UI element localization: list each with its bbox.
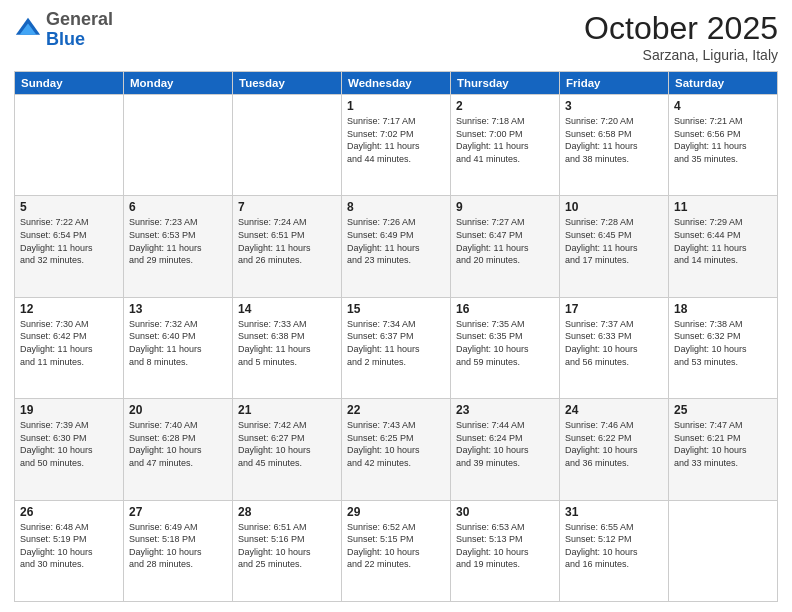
day-number: 5 bbox=[20, 200, 118, 214]
day-info: Sunrise: 7:30 AM Sunset: 6:42 PM Dayligh… bbox=[20, 318, 118, 368]
calendar-header-monday: Monday bbox=[124, 72, 233, 95]
day-info: Sunrise: 7:27 AM Sunset: 6:47 PM Dayligh… bbox=[456, 216, 554, 266]
calendar: SundayMondayTuesdayWednesdayThursdayFrid… bbox=[14, 71, 778, 602]
day-info: Sunrise: 6:51 AM Sunset: 5:16 PM Dayligh… bbox=[238, 521, 336, 571]
calendar-week-row: 12Sunrise: 7:30 AM Sunset: 6:42 PM Dayli… bbox=[15, 297, 778, 398]
calendar-cell: 12Sunrise: 7:30 AM Sunset: 6:42 PM Dayli… bbox=[15, 297, 124, 398]
day-number: 25 bbox=[674, 403, 772, 417]
day-info: Sunrise: 6:55 AM Sunset: 5:12 PM Dayligh… bbox=[565, 521, 663, 571]
calendar-cell: 13Sunrise: 7:32 AM Sunset: 6:40 PM Dayli… bbox=[124, 297, 233, 398]
day-info: Sunrise: 7:39 AM Sunset: 6:30 PM Dayligh… bbox=[20, 419, 118, 469]
day-info: Sunrise: 7:42 AM Sunset: 6:27 PM Dayligh… bbox=[238, 419, 336, 469]
calendar-cell: 1Sunrise: 7:17 AM Sunset: 7:02 PM Daylig… bbox=[342, 95, 451, 196]
day-info: Sunrise: 7:20 AM Sunset: 6:58 PM Dayligh… bbox=[565, 115, 663, 165]
calendar-cell bbox=[124, 95, 233, 196]
calendar-header-sunday: Sunday bbox=[15, 72, 124, 95]
calendar-cell: 2Sunrise: 7:18 AM Sunset: 7:00 PM Daylig… bbox=[451, 95, 560, 196]
calendar-cell bbox=[669, 500, 778, 601]
day-number: 21 bbox=[238, 403, 336, 417]
day-info: Sunrise: 6:48 AM Sunset: 5:19 PM Dayligh… bbox=[20, 521, 118, 571]
day-info: Sunrise: 7:40 AM Sunset: 6:28 PM Dayligh… bbox=[129, 419, 227, 469]
day-number: 24 bbox=[565, 403, 663, 417]
day-info: Sunrise: 6:53 AM Sunset: 5:13 PM Dayligh… bbox=[456, 521, 554, 571]
calendar-week-row: 19Sunrise: 7:39 AM Sunset: 6:30 PM Dayli… bbox=[15, 399, 778, 500]
day-number: 19 bbox=[20, 403, 118, 417]
day-number: 2 bbox=[456, 99, 554, 113]
day-info: Sunrise: 6:49 AM Sunset: 5:18 PM Dayligh… bbox=[129, 521, 227, 571]
calendar-cell: 9Sunrise: 7:27 AM Sunset: 6:47 PM Daylig… bbox=[451, 196, 560, 297]
day-number: 11 bbox=[674, 200, 772, 214]
day-number: 4 bbox=[674, 99, 772, 113]
day-number: 13 bbox=[129, 302, 227, 316]
calendar-cell: 7Sunrise: 7:24 AM Sunset: 6:51 PM Daylig… bbox=[233, 196, 342, 297]
day-info: Sunrise: 7:38 AM Sunset: 6:32 PM Dayligh… bbox=[674, 318, 772, 368]
calendar-cell: 21Sunrise: 7:42 AM Sunset: 6:27 PM Dayli… bbox=[233, 399, 342, 500]
day-info: Sunrise: 7:43 AM Sunset: 6:25 PM Dayligh… bbox=[347, 419, 445, 469]
day-number: 9 bbox=[456, 200, 554, 214]
day-number: 22 bbox=[347, 403, 445, 417]
day-info: Sunrise: 7:29 AM Sunset: 6:44 PM Dayligh… bbox=[674, 216, 772, 266]
day-number: 1 bbox=[347, 99, 445, 113]
calendar-header-saturday: Saturday bbox=[669, 72, 778, 95]
header: General Blue October 2025 Sarzana, Ligur… bbox=[14, 10, 778, 63]
calendar-cell bbox=[233, 95, 342, 196]
calendar-cell: 6Sunrise: 7:23 AM Sunset: 6:53 PM Daylig… bbox=[124, 196, 233, 297]
calendar-cell: 8Sunrise: 7:26 AM Sunset: 6:49 PM Daylig… bbox=[342, 196, 451, 297]
calendar-cell: 22Sunrise: 7:43 AM Sunset: 6:25 PM Dayli… bbox=[342, 399, 451, 500]
calendar-cell: 14Sunrise: 7:33 AM Sunset: 6:38 PM Dayli… bbox=[233, 297, 342, 398]
day-number: 3 bbox=[565, 99, 663, 113]
day-info: Sunrise: 7:17 AM Sunset: 7:02 PM Dayligh… bbox=[347, 115, 445, 165]
calendar-cell: 31Sunrise: 6:55 AM Sunset: 5:12 PM Dayli… bbox=[560, 500, 669, 601]
day-number: 18 bbox=[674, 302, 772, 316]
calendar-cell: 28Sunrise: 6:51 AM Sunset: 5:16 PM Dayli… bbox=[233, 500, 342, 601]
calendar-cell: 23Sunrise: 7:44 AM Sunset: 6:24 PM Dayli… bbox=[451, 399, 560, 500]
day-number: 10 bbox=[565, 200, 663, 214]
day-number: 6 bbox=[129, 200, 227, 214]
day-info: Sunrise: 7:47 AM Sunset: 6:21 PM Dayligh… bbox=[674, 419, 772, 469]
day-number: 16 bbox=[456, 302, 554, 316]
day-info: Sunrise: 7:34 AM Sunset: 6:37 PM Dayligh… bbox=[347, 318, 445, 368]
calendar-header-row: SundayMondayTuesdayWednesdayThursdayFrid… bbox=[15, 72, 778, 95]
calendar-header-thursday: Thursday bbox=[451, 72, 560, 95]
day-info: Sunrise: 7:37 AM Sunset: 6:33 PM Dayligh… bbox=[565, 318, 663, 368]
calendar-cell: 27Sunrise: 6:49 AM Sunset: 5:18 PM Dayli… bbox=[124, 500, 233, 601]
calendar-cell: 29Sunrise: 6:52 AM Sunset: 5:15 PM Dayli… bbox=[342, 500, 451, 601]
logo-general-text: General bbox=[46, 9, 113, 29]
day-info: Sunrise: 7:35 AM Sunset: 6:35 PM Dayligh… bbox=[456, 318, 554, 368]
calendar-cell: 20Sunrise: 7:40 AM Sunset: 6:28 PM Dayli… bbox=[124, 399, 233, 500]
day-number: 20 bbox=[129, 403, 227, 417]
calendar-cell: 11Sunrise: 7:29 AM Sunset: 6:44 PM Dayli… bbox=[669, 196, 778, 297]
day-number: 28 bbox=[238, 505, 336, 519]
calendar-cell: 5Sunrise: 7:22 AM Sunset: 6:54 PM Daylig… bbox=[15, 196, 124, 297]
day-number: 29 bbox=[347, 505, 445, 519]
day-info: Sunrise: 7:22 AM Sunset: 6:54 PM Dayligh… bbox=[20, 216, 118, 266]
calendar-cell bbox=[15, 95, 124, 196]
calendar-cell: 3Sunrise: 7:20 AM Sunset: 6:58 PM Daylig… bbox=[560, 95, 669, 196]
logo: General Blue bbox=[14, 10, 113, 50]
month-title: October 2025 bbox=[584, 10, 778, 47]
calendar-cell: 16Sunrise: 7:35 AM Sunset: 6:35 PM Dayli… bbox=[451, 297, 560, 398]
day-number: 8 bbox=[347, 200, 445, 214]
calendar-header-friday: Friday bbox=[560, 72, 669, 95]
calendar-header-tuesday: Tuesday bbox=[233, 72, 342, 95]
day-info: Sunrise: 7:28 AM Sunset: 6:45 PM Dayligh… bbox=[565, 216, 663, 266]
day-number: 26 bbox=[20, 505, 118, 519]
calendar-cell: 18Sunrise: 7:38 AM Sunset: 6:32 PM Dayli… bbox=[669, 297, 778, 398]
day-number: 12 bbox=[20, 302, 118, 316]
day-info: Sunrise: 7:24 AM Sunset: 6:51 PM Dayligh… bbox=[238, 216, 336, 266]
calendar-cell: 19Sunrise: 7:39 AM Sunset: 6:30 PM Dayli… bbox=[15, 399, 124, 500]
title-block: October 2025 Sarzana, Liguria, Italy bbox=[584, 10, 778, 63]
day-number: 30 bbox=[456, 505, 554, 519]
day-info: Sunrise: 7:46 AM Sunset: 6:22 PM Dayligh… bbox=[565, 419, 663, 469]
calendar-cell: 17Sunrise: 7:37 AM Sunset: 6:33 PM Dayli… bbox=[560, 297, 669, 398]
calendar-cell: 15Sunrise: 7:34 AM Sunset: 6:37 PM Dayli… bbox=[342, 297, 451, 398]
day-info: Sunrise: 7:32 AM Sunset: 6:40 PM Dayligh… bbox=[129, 318, 227, 368]
day-info: Sunrise: 7:44 AM Sunset: 6:24 PM Dayligh… bbox=[456, 419, 554, 469]
calendar-week-row: 26Sunrise: 6:48 AM Sunset: 5:19 PM Dayli… bbox=[15, 500, 778, 601]
location-title: Sarzana, Liguria, Italy bbox=[584, 47, 778, 63]
day-info: Sunrise: 7:18 AM Sunset: 7:00 PM Dayligh… bbox=[456, 115, 554, 165]
day-info: Sunrise: 6:52 AM Sunset: 5:15 PM Dayligh… bbox=[347, 521, 445, 571]
day-number: 17 bbox=[565, 302, 663, 316]
calendar-cell: 25Sunrise: 7:47 AM Sunset: 6:21 PM Dayli… bbox=[669, 399, 778, 500]
calendar-cell: 30Sunrise: 6:53 AM Sunset: 5:13 PM Dayli… bbox=[451, 500, 560, 601]
